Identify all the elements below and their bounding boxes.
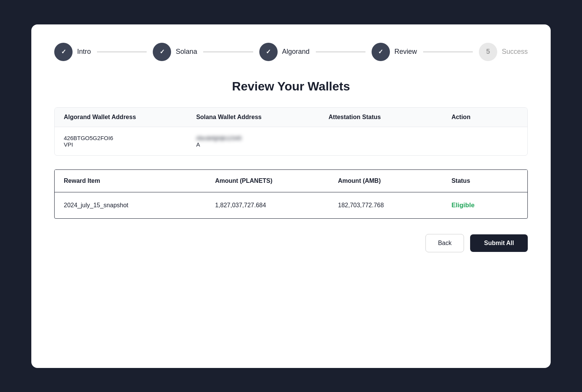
reward-col-item-header: Reward Item <box>55 170 206 192</box>
step-label-success: Success <box>502 48 528 56</box>
step-algorand: ✓ Algorand <box>259 43 310 61</box>
reward-amount-planets: 1,827,037,727.684 <box>206 192 329 218</box>
step-circle-success: 5 <box>479 43 497 61</box>
step-line-2 <box>203 52 253 52</box>
step-circle-review: ✓ <box>372 43 390 61</box>
reward-amount-amb: 182,703,772.768 <box>329 192 442 218</box>
step-label-algorand: Algorand <box>282 48 310 56</box>
back-button[interactable]: Back <box>425 234 464 252</box>
solana-address-blurred: Abcdefghijk12345 <box>196 135 242 141</box>
step-circle-solana: ✓ <box>153 43 171 61</box>
reward-table-container: Reward Item Amount (PLANETS) Amount (AMB… <box>54 169 528 219</box>
wallet-attestation-status <box>319 127 442 155</box>
modal-container: ✓ Intro ✓ Solana ✓ Algorand ✓ Review <box>31 24 551 368</box>
wallet-table-container: Algorand Wallet Address Solana Wallet Ad… <box>54 107 528 156</box>
step-label-solana: Solana <box>176 48 197 56</box>
step-solana: ✓ Solana <box>153 43 197 61</box>
step-label-intro: Intro <box>77 48 91 56</box>
solana-address-short: A <box>196 141 200 148</box>
step-review: ✓ Review <box>372 43 417 61</box>
step-number-success: 5 <box>486 48 490 56</box>
step-line-4 <box>423 52 473 52</box>
step-circle-intro: ✓ <box>54 43 73 61</box>
check-icon-review: ✓ <box>378 48 383 55</box>
submit-all-button[interactable]: Submit All <box>470 234 528 252</box>
wallet-table-row: 426BTGO5G2FOI6VPI Abcdefghijk12345 A <box>55 127 527 155</box>
reward-item-name: 2024_july_15_snapshot <box>55 192 206 218</box>
wallet-table-header-row: Algorand Wallet Address Solana Wallet Ad… <box>55 108 527 127</box>
step-intro: ✓ Intro <box>54 43 91 61</box>
reward-col-planets-header: Amount (PLANETS) <box>206 170 329 192</box>
status-eligible-badge: Eligible <box>451 202 474 209</box>
reward-table-header-row: Reward Item Amount (PLANETS) Amount (AMB… <box>55 170 527 192</box>
wallet-solana-address: Abcdefghijk12345 A <box>187 127 320 155</box>
reward-col-status-header: Status <box>442 170 527 192</box>
reward-col-amb-header: Amount (AMB) <box>329 170 442 192</box>
wallet-col-attestation-header: Attestation Status <box>319 108 442 127</box>
wallet-col-solana-header: Solana Wallet Address <box>187 108 320 127</box>
check-icon-solana: ✓ <box>160 48 165 55</box>
wallet-action <box>442 127 527 155</box>
button-row: Back Submit All <box>54 234 528 252</box>
wallet-table: Algorand Wallet Address Solana Wallet Ad… <box>55 108 527 155</box>
stepper: ✓ Intro ✓ Solana ✓ Algorand ✓ Review <box>54 43 528 61</box>
check-icon-intro: ✓ <box>61 48 66 55</box>
check-icon-algorand: ✓ <box>266 48 271 55</box>
reward-table: Reward Item Amount (PLANETS) Amount (AMB… <box>55 170 527 218</box>
step-circle-algorand: ✓ <box>259 43 278 61</box>
step-line-3 <box>316 52 365 52</box>
wallet-algorand-address: 426BTGO5G2FOI6VPI <box>55 127 187 155</box>
wallet-col-algorand-header: Algorand Wallet Address <box>55 108 187 127</box>
step-success: 5 Success <box>479 43 528 61</box>
reward-table-row: 2024_july_15_snapshot 1,827,037,727.684 … <box>55 192 527 218</box>
reward-status: Eligible <box>442 192 527 218</box>
step-label-review: Review <box>394 48 417 56</box>
wallet-col-action-header: Action <box>442 108 527 127</box>
step-line-1 <box>97 52 147 52</box>
page-title: Review Your Wallets <box>54 79 528 94</box>
